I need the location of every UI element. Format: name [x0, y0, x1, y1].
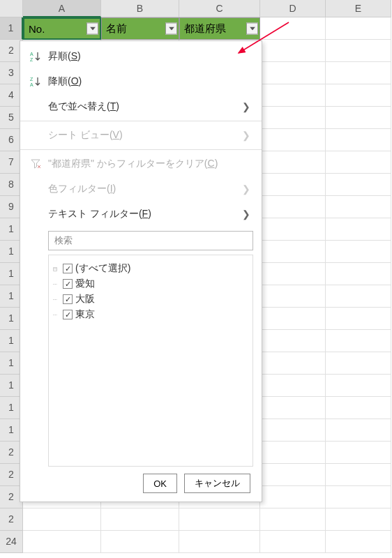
- col-header-c[interactable]: C: [179, 0, 260, 17]
- search-input[interactable]: 検索: [48, 231, 253, 250]
- cell[interactable]: [326, 442, 391, 464]
- cell[interactable]: [260, 107, 326, 129]
- sort-by-color[interactable]: 色で並べ替え(T) ❯: [20, 94, 262, 119]
- cell[interactable]: [260, 84, 326, 107]
- cell[interactable]: [260, 129, 326, 151]
- cell[interactable]: [260, 375, 326, 397]
- cell[interactable]: [260, 263, 326, 285]
- filter-value-item[interactable]: ┈✓愛知: [53, 276, 248, 292]
- cell[interactable]: [101, 531, 179, 553]
- cell[interactable]: [326, 62, 391, 84]
- sort-descending[interactable]: ZA 降順(O): [20, 69, 262, 94]
- cell[interactable]: [326, 151, 391, 174]
- cell[interactable]: [260, 486, 326, 508]
- cell[interactable]: [260, 397, 326, 419]
- cell[interactable]: [260, 285, 326, 308]
- checkbox[interactable]: ✓: [63, 310, 73, 319]
- filter-value-item[interactable]: ┈✓東京: [53, 307, 248, 322]
- filter-value-item[interactable]: ⊟✓(すべて選択): [53, 261, 248, 276]
- tree-connector-icon: ┈: [53, 296, 63, 303]
- filter-values-list[interactable]: ⊟✓(すべて選択)┈✓愛知┈✓大阪┈✓東京: [48, 255, 253, 467]
- cell[interactable]: [260, 308, 326, 330]
- chevron-right-icon: ❯: [242, 209, 250, 220]
- cell[interactable]: [326, 486, 391, 508]
- checkbox[interactable]: ✓: [63, 294, 73, 304]
- row-header[interactable]: 1: [0, 17, 23, 40]
- sheet-view-label: シート ビュー(V): [48, 129, 242, 142]
- cell[interactable]: [260, 531, 326, 553]
- select-all-corner[interactable]: [0, 0, 23, 17]
- cell[interactable]: [326, 218, 391, 241]
- table-header-cell[interactable]: 名前: [101, 17, 179, 40]
- ok-button[interactable]: OK: [143, 474, 177, 493]
- tree-connector-icon: ⊟: [53, 265, 63, 273]
- checkbox[interactable]: ✓: [63, 279, 73, 289]
- sort-desc-label: 降順(O): [48, 75, 250, 88]
- cell[interactable]: [260, 40, 326, 62]
- cell[interactable]: [326, 40, 391, 62]
- col-header-a[interactable]: A: [23, 0, 101, 17]
- cell[interactable]: [326, 308, 391, 330]
- col-header-e[interactable]: E: [326, 0, 391, 17]
- text-filter[interactable]: テキスト フィルター(F) ❯: [20, 202, 262, 227]
- sort-asc-label: 昇順(S): [48, 50, 250, 63]
- filter-dropdown: AZ 昇順(S) ZA 降順(O) 色で並べ替え(T) ❯ シート ビュー(V)…: [20, 40, 262, 502]
- cell[interactable]: [260, 151, 326, 174]
- cell[interactable]: [326, 285, 391, 308]
- cell[interactable]: [260, 464, 326, 486]
- row-header[interactable]: 24: [0, 531, 23, 553]
- cell[interactable]: [326, 508, 391, 531]
- filter-dropdown-button[interactable]: [86, 23, 98, 35]
- cell[interactable]: [326, 375, 391, 397]
- cell[interactable]: [326, 129, 391, 151]
- col-header-b[interactable]: B: [101, 0, 179, 17]
- cell[interactable]: [326, 419, 391, 442]
- separator: [20, 149, 262, 150]
- cell[interactable]: [179, 531, 260, 553]
- checkbox[interactable]: ✓: [63, 264, 73, 273]
- color-filter-label: 色フィルター(I): [48, 183, 242, 195]
- cell[interactable]: [326, 196, 391, 218]
- cell[interactable]: [23, 531, 101, 553]
- row-header[interactable]: 2: [0, 508, 23, 531]
- cell[interactable]: [326, 397, 391, 419]
- filter-dropdown-button[interactable]: [246, 23, 258, 35]
- cell[interactable]: [23, 508, 101, 531]
- chevron-right-icon: ❯: [242, 130, 250, 141]
- cell[interactable]: [326, 17, 391, 40]
- cell[interactable]: [260, 218, 326, 241]
- cell[interactable]: [326, 84, 391, 107]
- cell[interactable]: [179, 508, 260, 531]
- cell[interactable]: [326, 241, 391, 263]
- cell[interactable]: [260, 419, 326, 442]
- header-label: 名前: [106, 22, 127, 36]
- sort-asc-icon: AZ: [30, 51, 48, 62]
- cell[interactable]: [260, 508, 326, 531]
- filter-value-item[interactable]: ┈✓大阪: [53, 292, 248, 307]
- cell[interactable]: [260, 352, 326, 375]
- cell[interactable]: [260, 330, 326, 352]
- cell[interactable]: [326, 263, 391, 285]
- cell[interactable]: [326, 107, 391, 129]
- sort-ascending[interactable]: AZ 昇順(S): [20, 44, 262, 69]
- cell[interactable]: [101, 508, 179, 531]
- cell[interactable]: [260, 442, 326, 464]
- cell[interactable]: [326, 174, 391, 196]
- cell[interactable]: [260, 196, 326, 218]
- cell[interactable]: [326, 330, 391, 352]
- col-header-d[interactable]: D: [260, 0, 326, 17]
- cell[interactable]: [326, 464, 391, 486]
- table-header-cell[interactable]: 都道府県: [179, 17, 260, 40]
- filter-dropdown-button[interactable]: [165, 23, 177, 35]
- header-label: No.: [29, 23, 45, 35]
- table-header-cell[interactable]: No.: [23, 17, 101, 40]
- svg-text:A: A: [30, 52, 33, 56]
- cell[interactable]: [326, 352, 391, 375]
- cell[interactable]: [260, 62, 326, 84]
- cell[interactable]: [260, 241, 326, 263]
- cell[interactable]: [260, 17, 326, 40]
- cell[interactable]: [326, 531, 391, 553]
- cell[interactable]: [260, 174, 326, 196]
- cancel-button[interactable]: キャンセル: [184, 474, 250, 493]
- svg-text:A: A: [30, 82, 33, 87]
